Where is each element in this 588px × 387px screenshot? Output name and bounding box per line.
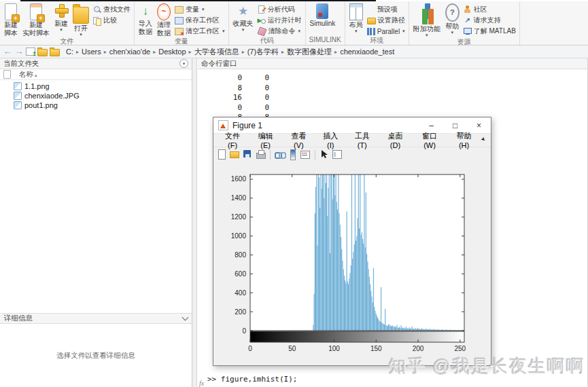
breadcrumb-item[interactable]: 数字图像处理 bbox=[286, 47, 333, 57]
address-bar: ← → C:▸Users▸chen'xiao'de▸Desktop▸大学各项信息… bbox=[0, 45, 588, 58]
preferences-icon bbox=[367, 5, 375, 14]
output-value: 0 bbox=[242, 103, 269, 112]
figure-menu-item[interactable]: 文件(F) bbox=[216, 131, 249, 149]
ribbon-button-label: 新建 bbox=[54, 20, 68, 28]
ribbon-small-button[interactable]: 了解 MATLAB bbox=[462, 26, 517, 36]
panel-splitter[interactable] bbox=[192, 58, 197, 387]
ribbon-small-button[interactable]: 保存工作区 bbox=[173, 16, 226, 25]
list-item[interactable]: pout1.png bbox=[0, 100, 192, 110]
forward-icon[interactable]: → bbox=[14, 47, 24, 56]
ribbon-button-label: Simulink bbox=[310, 20, 336, 28]
ribbon-small-button[interactable]: Parallel▾ bbox=[366, 26, 407, 36]
figure-menu-item[interactable]: 插入(I) bbox=[315, 131, 346, 149]
ribbon-button[interactable]: 附加功能▾ bbox=[411, 3, 443, 37]
ribbon-button[interactable]: 导入 数据 bbox=[137, 3, 154, 35]
chevron-down-icon: ▾ bbox=[355, 29, 358, 33]
ribbon-small-button[interactable]: 查找文件 bbox=[92, 5, 132, 14]
figure-menu-item[interactable]: 编辑(E) bbox=[249, 131, 282, 149]
breadcrumb-item[interactable]: Users bbox=[80, 48, 103, 56]
breadcrumb-separator-icon: ▸ bbox=[153, 49, 156, 55]
ribbon-small-button[interactable]: 变量▾ bbox=[173, 5, 226, 14]
file-name: pout1.png bbox=[24, 101, 58, 109]
breadcrumb-item[interactable]: C: bbox=[65, 48, 75, 56]
figure-menu-item[interactable]: 帮助(H) bbox=[447, 131, 481, 149]
open-file-icon[interactable] bbox=[230, 149, 240, 160]
figure-canvas: 0200400600800100012001400160005010015020… bbox=[213, 160, 491, 365]
property-inspector-icon[interactable] bbox=[332, 149, 343, 160]
list-item[interactable]: chenxiaode.JPG bbox=[0, 91, 192, 100]
print-figure-icon[interactable] bbox=[256, 149, 266, 160]
chevron-down-icon: ▾ bbox=[222, 29, 225, 33]
details-header[interactable]: 详细信息 bbox=[0, 313, 192, 324]
breadcrumb-separator-icon: ▸ bbox=[76, 49, 79, 55]
output-row: 00 bbox=[207, 73, 587, 84]
panel-menu-icon[interactable]: ▾ bbox=[179, 59, 188, 68]
svg-text:100: 100 bbox=[328, 345, 340, 352]
ribbon-small-button[interactable]: 分析代码 bbox=[256, 5, 303, 14]
ribbon-small-button-label: Parallel bbox=[377, 28, 400, 35]
ribbon-button[interactable]: 布局▾ bbox=[347, 3, 365, 33]
edit-plot-icon[interactable] bbox=[319, 149, 330, 160]
output-value: 0 bbox=[242, 84, 269, 92]
ribbon-button[interactable]: 收藏夹▾ bbox=[231, 3, 256, 32]
up-one-level-icon[interactable] bbox=[26, 48, 35, 56]
details-placeholder: 选择文件以查看详细信息 bbox=[56, 351, 135, 361]
ribbon-group: 新建 脚本新建 实时脚本新建▾打开▾查找文件比较文件 bbox=[0, 1, 135, 45]
ribbon-small-button-label: 清除命令 bbox=[269, 26, 296, 36]
list-item[interactable]: 1.1.png bbox=[0, 81, 192, 91]
ribbon-button[interactable]: 清理 数据 bbox=[155, 3, 173, 37]
ribbon-small-button-label: 比较 bbox=[103, 16, 117, 25]
file-list-column-header[interactable]: 名称▴ bbox=[0, 69, 192, 80]
menu-overflow-icon[interactable]: ➤ bbox=[480, 136, 489, 145]
image-file-icon bbox=[14, 82, 22, 90]
ribbon-small-button-label: 保存工作区 bbox=[186, 16, 220, 25]
figure-menu-item[interactable]: 桌面(D) bbox=[379, 131, 412, 149]
ribbon-small-button[interactable]: 清除命令▾ bbox=[256, 26, 303, 36]
figure-menu-item[interactable]: 查看(V) bbox=[282, 131, 315, 149]
ribbon-button[interactable]: 帮助▾ bbox=[443, 3, 462, 35]
ribbon-small-button[interactable]: 设置路径 bbox=[366, 16, 407, 25]
back-icon[interactable]: ← bbox=[3, 47, 12, 56]
new-script-icon bbox=[5, 3, 17, 20]
breadcrumb-item[interactable]: (7)各学科 bbox=[246, 47, 280, 57]
function-hints-button[interactable]: fx bbox=[199, 380, 204, 387]
insert-legend-icon[interactable] bbox=[300, 149, 311, 160]
sort-asc-icon: ▴ bbox=[35, 73, 37, 77]
ribbon-small-button-label: 预设项 bbox=[377, 5, 398, 14]
breadcrumb-item[interactable]: chenxiaode_test bbox=[339, 48, 396, 56]
ribbon-button[interactable]: 打开▾ bbox=[71, 3, 91, 37]
command-prompt[interactable]: >> figure,imhist(I); bbox=[207, 375, 297, 384]
output-value: 0 bbox=[242, 93, 269, 102]
ribbon-button[interactable]: 新建 脚本 bbox=[2, 3, 20, 37]
name-column-label: 名称▴ bbox=[19, 70, 37, 79]
figure-menu-item[interactable]: 工具(T) bbox=[346, 131, 379, 149]
breadcrumb-item[interactable]: Desktop bbox=[157, 48, 187, 56]
figure-menubar: 文件(F)编辑(E)查看(V)插入(I)工具(T)桌面(D)窗口(W)帮助(H)… bbox=[213, 134, 491, 147]
ribbon-small-button[interactable]: 比较 bbox=[92, 16, 132, 25]
breadcrumb: C:▸Users▸chen'xiao'de▸Desktop▸大学各项信息▸(7)… bbox=[65, 47, 396, 57]
ribbon-button[interactable]: 新建 实时脚本 bbox=[20, 3, 52, 37]
ribbon-button[interactable]: Simulink bbox=[308, 3, 338, 28]
ribbon-small-button[interactable]: 请求支持 bbox=[462, 16, 517, 25]
breadcrumb-item[interactable]: 大学各项信息 bbox=[193, 47, 241, 57]
breadcrumb-item[interactable]: chen'xiao'de bbox=[108, 48, 152, 56]
save-figure-icon[interactable] bbox=[243, 149, 253, 160]
ribbon-small-button[interactable]: 预设项 bbox=[366, 5, 407, 14]
chevron-down-icon bbox=[182, 314, 189, 321]
ribbon-button[interactable]: 新建▾ bbox=[52, 3, 70, 32]
figure-title: Figure 1 bbox=[232, 121, 262, 130]
request-support-icon bbox=[464, 16, 472, 24]
chevron-down-icon: ▾ bbox=[242, 28, 245, 32]
insert-colorbar-icon[interactable] bbox=[288, 149, 298, 160]
new-figure-icon[interactable] bbox=[217, 149, 227, 160]
figure-menu-item[interactable]: 窗口(W) bbox=[412, 131, 447, 149]
link-plot-icon[interactable] bbox=[275, 149, 285, 160]
ribbon-small-button-label: 变量 bbox=[186, 5, 199, 14]
image-file-icon bbox=[14, 92, 22, 100]
ribbon-small-button[interactable]: 社区 bbox=[462, 5, 517, 14]
ribbon-small-button[interactable]: 运行并计时 bbox=[256, 16, 303, 25]
browse-folder-icon[interactable] bbox=[37, 49, 48, 56]
ribbon-group-label: SIMULINK bbox=[308, 36, 343, 45]
ribbon-small-button[interactable]: 清空工作区▾ bbox=[173, 26, 226, 36]
variable-icon bbox=[175, 6, 184, 14]
